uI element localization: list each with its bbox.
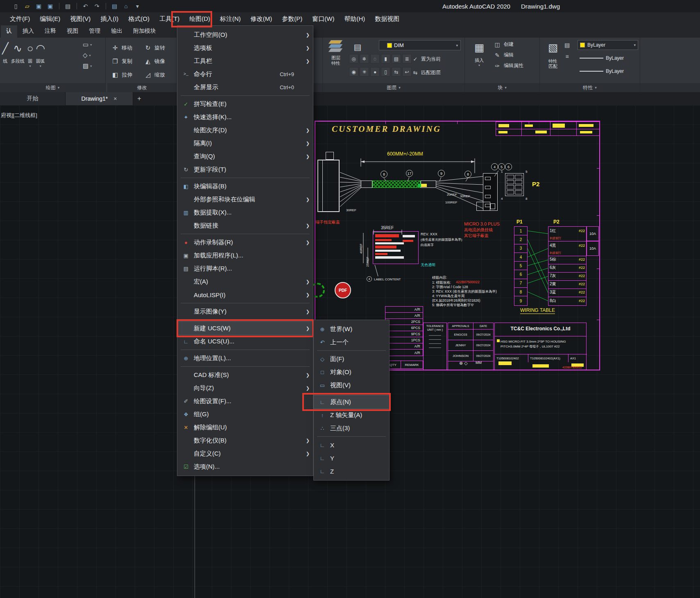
menu-item[interactable]: 全屏显示 Ctrl+0 bbox=[177, 81, 313, 94]
panel-label-draw[interactable]: 绘图 ▾ bbox=[0, 83, 105, 92]
draw-tool-button[interactable]: ○ 圆 bbox=[26, 39, 35, 69]
menu-item[interactable]: ⊕ 世界(W) bbox=[314, 323, 389, 336]
ribbon-tab[interactable]: 认 bbox=[1, 25, 17, 38]
menu-item[interactable]: ▥ 数据提取(X)... bbox=[177, 206, 313, 219]
menu-item[interactable]: ✓ 拼写检查(E) bbox=[177, 97, 313, 111]
ribbon-tab[interactable]: 注释 bbox=[39, 25, 61, 38]
menu-item[interactable]: 宏(A) bbox=[177, 275, 313, 288]
menubar-item[interactable]: 编辑(E) bbox=[35, 12, 65, 25]
linetype-combo[interactable]: ByLayer bbox=[578, 66, 638, 76]
menu-item[interactable]: ▣ 加载应用程序(L)... bbox=[177, 249, 313, 262]
layer-properties-button[interactable]: 图层 特性 bbox=[325, 39, 347, 66]
layer-states[interactable]: ≣ bbox=[402, 54, 412, 63]
block-tool-button[interactable]: ✎ 编辑 bbox=[494, 52, 523, 59]
tab-start[interactable]: 开始 bbox=[0, 92, 66, 105]
panel-label-properties[interactable]: 特性 ▾ bbox=[540, 83, 640, 92]
modify-tool-button[interactable]: ◭ 镜像 bbox=[143, 54, 175, 68]
menubar-item[interactable]: 帮助(H) bbox=[339, 12, 370, 25]
rectangle-tool[interactable]: ▭ ▾ bbox=[81, 40, 93, 49]
open-folder-icon[interactable]: ▱ bbox=[22, 2, 33, 11]
layer-list-button[interactable]: ▤ bbox=[349, 41, 366, 53]
menubar-item[interactable]: 文件(F) bbox=[5, 12, 35, 25]
menubar-item[interactable]: 格式(O) bbox=[123, 12, 154, 25]
menubar-item[interactable]: 修改(M) bbox=[246, 12, 277, 25]
properties-list-icon[interactable]: ▤ bbox=[564, 42, 570, 48]
properties-panel-icon[interactable]: ≡ bbox=[564, 53, 570, 60]
menu-item[interactable]: ◧ 块编辑器(B) bbox=[177, 180, 313, 193]
menu-item[interactable]: CAD 标准(S) bbox=[177, 368, 313, 381]
menubar-item[interactable]: 插入(I) bbox=[95, 12, 123, 25]
draw-tool-button[interactable]: ◠ 圆弧 bbox=[34, 39, 46, 69]
layer-unlock[interactable]: ▯ bbox=[381, 67, 390, 77]
tab-drawing1[interactable]: Drawing1* × bbox=[66, 92, 133, 105]
menu-item[interactable]: 选项板 bbox=[177, 41, 313, 54]
layer-lock[interactable]: ▮ bbox=[381, 54, 390, 63]
make-current-button[interactable]: ✓ 置为当前 bbox=[412, 54, 462, 64]
menu-item[interactable]: ◇ 面(F) bbox=[314, 352, 389, 366]
layer-on[interactable]: ● bbox=[370, 67, 380, 77]
save-as-icon[interactable]: ▣ bbox=[45, 2, 56, 11]
modify-tool-button[interactable]: ◧ 拉伸 bbox=[110, 68, 143, 81]
menubar-item[interactable]: 数据视图 bbox=[370, 12, 404, 25]
block-tool-button[interactable]: ✑ 编辑属性 bbox=[494, 62, 523, 69]
redo-icon[interactable]: ↷ bbox=[92, 2, 102, 11]
layer-isolate[interactable]: ◎ bbox=[349, 54, 358, 63]
ribbon-tab[interactable]: 附加模块 bbox=[128, 25, 161, 38]
menu-item[interactable]: ∟ 命名 UCS(U)... bbox=[177, 335, 313, 348]
menu-item[interactable]: ∟ Y bbox=[314, 451, 389, 465]
menu-item[interactable]: 绘图次序(D) bbox=[177, 124, 313, 137]
viewport-controls-label[interactable]: 府视][二维线框] bbox=[1, 112, 37, 119]
lineweight-combo[interactable]: ByLayer bbox=[578, 53, 638, 63]
menu-item[interactable]: ↑ Z 轴矢量(A) bbox=[314, 408, 389, 422]
layer-previous[interactable]: ↩ bbox=[402, 67, 412, 77]
ribbon-tab[interactable]: 管理 bbox=[84, 25, 106, 38]
insert-block-button[interactable]: ▦ 插入 ▾ bbox=[468, 39, 490, 68]
print-icon[interactable]: ▤ bbox=[109, 2, 120, 11]
menu-item[interactable]: ✐ 绘图设置(F)... bbox=[177, 395, 313, 408]
panel-label-block[interactable]: 块 ▾ bbox=[465, 83, 539, 92]
menu-item[interactable]: ∟ Z bbox=[314, 465, 389, 478]
menu-item[interactable]: ▤ 运行脚本(R)... bbox=[177, 262, 313, 275]
menu-item[interactable]: ↶ 上一个 bbox=[314, 336, 389, 349]
menu-item[interactable]: □ 对象(O) bbox=[314, 366, 389, 379]
menu-item[interactable]: ↻ 更新字段(T) bbox=[177, 163, 313, 176]
match-layer-button[interactable]: ⇆ 匹配图层 bbox=[412, 68, 462, 77]
menu-item[interactable]: 向导(Z) bbox=[177, 381, 313, 395]
menu-item[interactable]: ✕ 解除编组(U) bbox=[177, 421, 313, 434]
layer-plot[interactable]: ▤ bbox=[392, 54, 401, 63]
menu-item[interactable]: 新建 UCS(W) bbox=[177, 322, 313, 335]
panel-label-layers[interactable]: 图层 ▾ bbox=[323, 83, 464, 92]
layer-combo[interactable]: DIM ▾ bbox=[379, 40, 461, 50]
ellipse-tool[interactable]: ◇ ▾ bbox=[81, 51, 93, 60]
qat-menu-icon[interactable]: ▾ bbox=[132, 2, 143, 11]
menu-item[interactable]: ● 动作录制器(R) bbox=[177, 236, 313, 249]
menu-item[interactable]: 工具栏 bbox=[177, 54, 313, 68]
save-icon[interactable]: ▣ bbox=[34, 2, 44, 11]
menu-item[interactable]: 查询(Q) bbox=[177, 150, 313, 163]
menu-item[interactable]: 显示图像(Y) bbox=[177, 305, 313, 318]
menu-item[interactable]: ❖ 组(G) bbox=[177, 408, 313, 421]
caret-down-icon[interactable]: ▾ bbox=[456, 43, 458, 47]
modify-tool-button[interactable]: ✛ 移动 bbox=[110, 41, 143, 54]
menu-item[interactable]: ∴ 三点(3) bbox=[314, 422, 389, 435]
new-tab-button[interactable]: + bbox=[133, 92, 145, 105]
undo-icon[interactable]: ↶ bbox=[80, 2, 91, 11]
menubar-item[interactable]: 视图(V) bbox=[65, 12, 95, 25]
menu-item[interactable]: 自定义(C) bbox=[177, 447, 313, 460]
menu-item[interactable]: 数据链接 bbox=[177, 219, 313, 232]
modify-tool-button[interactable]: ◿ 缩放 bbox=[143, 68, 175, 81]
menu-item[interactable]: ✦ 快速选择(K)... bbox=[177, 111, 313, 124]
new-file-icon[interactable]: ▯ bbox=[11, 2, 21, 11]
plot-icon[interactable]: ▤ bbox=[63, 2, 73, 11]
draw-tool-button[interactable]: ╱ 线 bbox=[1, 39, 10, 69]
layer-off[interactable]: ◌ bbox=[370, 54, 380, 63]
menu-item[interactable]: >_ 命令行 Ctrl+9 bbox=[177, 68, 313, 81]
menubar-item[interactable]: 标注(N) bbox=[215, 12, 246, 25]
block-tool-button[interactable]: ◫ 创建 bbox=[494, 41, 523, 48]
close-icon[interactable]: × bbox=[113, 95, 117, 102]
menu-item[interactable]: 外部参照和块在位编辑 bbox=[177, 193, 313, 206]
ribbon-tab[interactable]: 视图 bbox=[61, 25, 84, 38]
menubar-item[interactable]: 参数(P) bbox=[277, 12, 307, 25]
menu-item[interactable]: AutoLISP(I) bbox=[177, 288, 313, 301]
panel-label-modify[interactable]: 修改 bbox=[107, 83, 177, 92]
